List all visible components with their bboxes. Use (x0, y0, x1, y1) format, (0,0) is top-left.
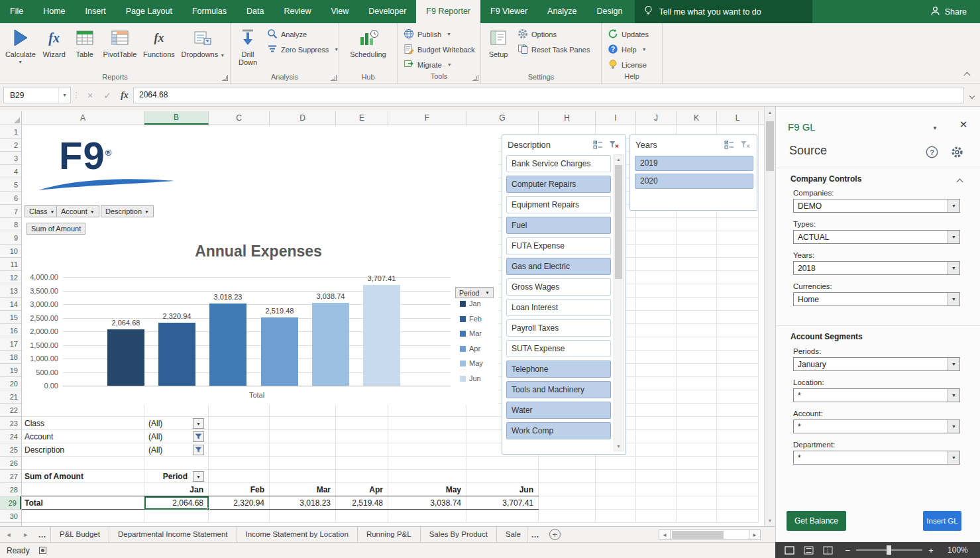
dropdowns-button[interactable]: Dropdowns▼ (178, 25, 228, 73)
task-pane-close-icon[interactable]: ✕ (956, 119, 971, 131)
combo-department-dropdown-icon[interactable]: ▼ (948, 451, 959, 464)
ribbon-tab-insert[interactable]: Insert (76, 0, 116, 23)
account-segments-header[interactable]: Account Segments (790, 332, 863, 341)
get-balance-button[interactable]: Get Balance (787, 511, 846, 531)
slicer-item-payroll-taxes[interactable]: Payroll Taxes (506, 319, 611, 337)
legend-item-mar[interactable]: Mar (460, 329, 482, 338)
formula-input[interactable]: 2064.68 (133, 87, 964, 103)
zoom-out-icon[interactable]: − (845, 545, 850, 555)
row-header-11[interactable]: 11 (0, 258, 21, 271)
slicer-item-gas-and-electric[interactable]: Gas and Electric (506, 258, 611, 275)
fill-handle[interactable] (207, 508, 210, 511)
tell-me-box[interactable]: Tell me what you want to do (635, 0, 812, 23)
budget-writeback-button[interactable]: Budget Writeback (400, 42, 479, 57)
slicer-description-scrollbar[interactable]: ▲ ▼ (614, 154, 624, 451)
vertical-scrollbar[interactable]: ▲ ▼ (764, 107, 775, 526)
expand-formula-bar-icon[interactable] (964, 91, 980, 100)
normal-view-icon[interactable] (785, 546, 794, 555)
chart-bar-jun[interactable] (363, 285, 400, 386)
combo-companies[interactable]: DEMO▼ (793, 199, 960, 213)
horizontal-scrollbar[interactable]: ◄ ► (659, 530, 761, 540)
legend-item-feb[interactable]: Feb (460, 314, 482, 323)
chart-bar-jan[interactable] (107, 329, 144, 386)
row-header-22[interactable]: 22 (0, 404, 21, 417)
row-header-2[interactable]: 2 (0, 139, 21, 152)
years-multi-select-icon[interactable] (722, 139, 735, 150)
ribbon-tab-f9-viewer[interactable]: F9 Viewer (480, 0, 537, 23)
migrate-button[interactable]: Migrate ▼ (400, 57, 479, 72)
column-header-l[interactable]: L (717, 111, 759, 125)
column-header-h[interactable]: H (539, 111, 596, 125)
tools-dialog-launcher[interactable] (472, 75, 478, 81)
ribbon-tab-formulas[interactable]: Formulas (182, 0, 237, 23)
column-header-g[interactable]: G (466, 111, 539, 125)
chart-bar-may[interactable] (312, 303, 349, 386)
column-header-c[interactable]: C (209, 111, 270, 125)
row-header-8[interactable]: 8 (0, 218, 21, 231)
analysis-dialog-launcher[interactable] (331, 75, 337, 81)
row-header-7[interactable]: 7 (0, 205, 21, 218)
column-header-f[interactable]: F (388, 111, 466, 125)
ribbon-tab-view[interactable]: View (321, 0, 358, 23)
combo-years-dropdown-icon[interactable]: ▼ (948, 262, 959, 274)
legend-item-apr[interactable]: Apr (460, 344, 480, 353)
column-header-i[interactable]: I (596, 111, 636, 125)
row-header-26[interactable]: 26 (0, 457, 21, 470)
scroll-down-icon[interactable]: ▼ (765, 515, 775, 526)
company-controls-header[interactable]: Company Controls (790, 174, 861, 184)
row-header-1[interactable]: 1 (0, 125, 21, 139)
multi-select-icon[interactable] (591, 139, 604, 150)
analyze-button[interactable]: Analyze (263, 27, 343, 42)
hscroll-track[interactable] (671, 530, 749, 540)
ribbon-tab-review[interactable]: Review (274, 0, 321, 23)
zoom-slider[interactable] (856, 549, 922, 551)
slicer-item-gross-wages[interactable]: Gross Wages (506, 278, 611, 296)
name-box-dropdown-icon[interactable]: ▼ (58, 87, 70, 103)
license-button[interactable]: License (604, 57, 653, 72)
column-header-b[interactable]: B (144, 111, 209, 125)
select-all-corner[interactable] (0, 111, 22, 125)
combo-companies-dropdown-icon[interactable]: ▼ (948, 199, 959, 212)
task-pane-menu-icon[interactable]: ▼ (932, 125, 938, 131)
column-header-k[interactable]: K (677, 111, 717, 125)
combo-department[interactable]: *▼ (793, 451, 960, 465)
calculate-button[interactable]: Calculate ▼ (2, 25, 39, 73)
ribbon-tab-file[interactable]: File (0, 0, 33, 23)
table-button[interactable]: Table (70, 25, 100, 73)
chart-field-button-description[interactable]: Description▼ (101, 205, 154, 217)
hscroll-right-icon[interactable]: ► (749, 530, 761, 540)
slicer-item-suta-expense[interactable]: SUTA Expense (506, 340, 611, 357)
slicer-item-fuel[interactable]: Fuel (506, 217, 611, 234)
selected-cell-B29[interactable] (144, 496, 209, 510)
sheet-tab-departmental-income-statement[interactable]: Departmental Income Statement (109, 527, 237, 542)
row-header-10[interactable]: 10 (0, 245, 21, 258)
ribbon-tab-analyze[interactable]: Analyze (537, 0, 586, 23)
ribbon-tab-f9-reporter[interactable]: F9 Reporter (416, 0, 480, 23)
ribbon-tab-home[interactable]: Home (33, 0, 75, 23)
slicer-item-computer-repairs[interactable]: Computer Repairs (506, 176, 611, 193)
pane-gear-icon[interactable] (951, 146, 963, 160)
options-button[interactable]: Options (514, 27, 594, 42)
legend-item-jun[interactable]: Jun (460, 374, 481, 383)
combo-periods-dropdown-icon[interactable]: ▼ (948, 358, 959, 370)
zoom-level[interactable]: 100% (940, 545, 968, 555)
sheet-tab-sales-by-product[interactable]: Sales By Product (421, 527, 497, 542)
share-button[interactable]: Share (917, 0, 980, 23)
insert-function-icon[interactable]: fx (116, 89, 133, 101)
reports-dialog-launcher[interactable] (222, 75, 228, 81)
page-layout-view-icon[interactable] (804, 546, 814, 555)
combo-currencies[interactable]: Home▼ (793, 292, 960, 306)
row-header-6[interactable]: 6 (0, 192, 21, 205)
combo-periods[interactable]: January▼ (793, 357, 960, 371)
scroll-up-icon[interactable]: ▲ (765, 107, 775, 118)
combo-types[interactable]: ACTUAL▼ (793, 230, 960, 244)
confirm-entry-icon[interactable]: ✓ (99, 90, 116, 101)
sheet-tab-sale[interactable]: Sale (497, 527, 527, 542)
clear-filter-icon[interactable] (607, 139, 620, 150)
name-box[interactable]: B29 ▼ (3, 87, 71, 103)
slicer-item-equipment-repairs[interactable]: Equipment Repairs (506, 196, 611, 213)
legend-item-jan[interactable]: Jan (460, 299, 481, 308)
scheduling-button[interactable]: Scheduling (347, 25, 389, 73)
wizard-button[interactable]: fx Wizard (39, 25, 70, 73)
legend-item-may[interactable]: May (460, 359, 483, 368)
